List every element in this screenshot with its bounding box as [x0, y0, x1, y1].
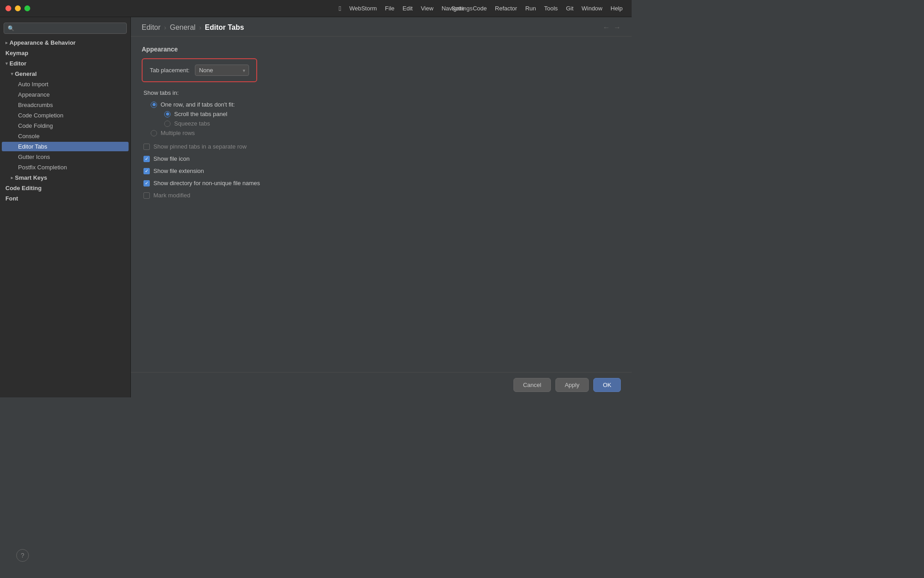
search-icon: 🔍: [8, 25, 14, 32]
titlebar:  WebStorm File Edit View Navigate Code …: [0, 0, 632, 17]
menu-tools[interactable]: Tools: [541, 4, 561, 13]
sidebar-item-code-editing[interactable]: Code Editing: [2, 183, 129, 193]
main-container: 🔍 Appearance & Behavior Keymap Editor Ge…: [0, 17, 632, 397]
menu-window[interactable]: Window: [578, 4, 606, 13]
chevron-right-icon: [11, 175, 13, 180]
cancel-button[interactable]: Cancel: [513, 378, 550, 392]
checkbox-mark-modified[interactable]: Mark modified: [142, 190, 621, 200]
breadcrumb-sep-2: ›: [199, 24, 201, 31]
apple-menu[interactable]: : [339, 5, 341, 12]
menu-run[interactable]: Run: [522, 4, 540, 13]
radio-squeeze-tabs[interactable]: Squeeze tabs: [142, 119, 621, 128]
sidebar-label: Keymap: [5, 50, 28, 56]
radio-scroll-tabs-input[interactable]: [164, 111, 171, 117]
sidebar-label: Smart Keys: [15, 174, 47, 181]
checkbox-show-pinned-label: Show pinned tabs in a separate row: [153, 143, 247, 150]
show-tabs-label: Show tabs in:: [143, 89, 621, 96]
breadcrumb-editor-tabs: Editor Tabs: [205, 23, 244, 32]
search-input[interactable]: [17, 25, 123, 32]
sidebar-item-auto-import[interactable]: Auto Import: [2, 79, 129, 89]
checkbox-mark-modified-input[interactable]: [143, 192, 150, 199]
close-button[interactable]: [5, 5, 11, 11]
tab-placement-select-wrapper[interactable]: None Top Bottom Left Right: [195, 65, 249, 76]
menu-help[interactable]: Help: [607, 4, 626, 13]
tab-placement-select[interactable]: None Top Bottom Left Right: [195, 65, 249, 76]
sidebar-label: Editor Tabs: [18, 143, 47, 150]
window-title: Settings: [452, 5, 473, 12]
nav-arrows: ← →: [603, 23, 621, 32]
sidebar-item-code-completion[interactable]: Code Completion: [2, 111, 129, 120]
sidebar-label: Font: [5, 195, 18, 202]
sidebar-item-keymap[interactable]: Keymap: [2, 48, 129, 58]
checkbox-show-pinned[interactable]: Show pinned tabs in a separate row: [142, 141, 621, 152]
radio-one-row-input[interactable]: [151, 102, 157, 108]
checkbox-show-directory[interactable]: Show directory for non-unique file names: [142, 178, 621, 188]
breadcrumb-general: General: [170, 23, 195, 32]
appearance-section-title: Appearance: [142, 46, 621, 53]
apply-button[interactable]: Apply: [555, 378, 589, 392]
sidebar-item-font[interactable]: Font: [2, 194, 129, 203]
sidebar-label: Code Folding: [18, 122, 53, 129]
maximize-button[interactable]: [24, 5, 30, 11]
sidebar-item-smart-keys[interactable]: Smart Keys: [2, 173, 129, 182]
sidebar-item-breadcrumbs[interactable]: Breadcrumbs: [2, 100, 129, 110]
menu-refactor[interactable]: Refactor: [491, 4, 521, 13]
menu-git[interactable]: Git: [562, 4, 577, 13]
sidebar-label: General: [15, 70, 37, 77]
sidebar-label: Appearance & Behavior: [9, 39, 76, 46]
sidebar-item-editor[interactable]: Editor: [2, 59, 129, 68]
search-box[interactable]: 🔍: [4, 23, 127, 34]
sidebar-label: Postfix Completion: [18, 164, 67, 171]
menu-edit[interactable]: Edit: [399, 4, 416, 13]
tab-placement-row: Tab placement: None Top Bottom Left Righ…: [142, 58, 257, 82]
chevron-down-icon: [11, 71, 13, 76]
radio-scroll-tabs-label: Scroll the tabs panel: [174, 111, 227, 117]
content-area: Editor › General › Editor Tabs ← → Appea…: [131, 17, 632, 397]
nav-forward-arrow[interactable]: →: [614, 23, 621, 32]
minimize-button[interactable]: [15, 5, 21, 11]
show-tabs-section: Show tabs in: One row, and if tabs don't…: [142, 89, 621, 138]
sidebar-item-console[interactable]: Console: [2, 131, 129, 141]
checkbox-show-file-extension-label: Show file extension: [153, 168, 204, 174]
radio-one-row-label: One row, and if tabs don't fit:: [161, 101, 235, 108]
checkbox-mark-modified-label: Mark modified: [153, 192, 190, 199]
radio-multiple-rows-input[interactable]: [151, 130, 157, 136]
radio-multiple-rows[interactable]: Multiple rows: [142, 128, 621, 138]
sidebar-label: Console: [18, 133, 40, 140]
sidebar-label: Auto Import: [18, 81, 48, 88]
sidebar: 🔍 Appearance & Behavior Keymap Editor Ge…: [0, 17, 131, 397]
radio-one-row[interactable]: One row, and if tabs don't fit:: [142, 100, 621, 109]
sidebar-item-appearance-behavior[interactable]: Appearance & Behavior: [2, 38, 129, 47]
radio-squeeze-tabs-label: Squeeze tabs: [174, 120, 210, 127]
checkbox-show-file-extension-input[interactable]: [143, 168, 150, 174]
checkbox-show-pinned-input[interactable]: [143, 144, 150, 150]
checkbox-show-file-extension[interactable]: Show file extension: [142, 166, 621, 176]
sidebar-label: Editor: [9, 60, 27, 67]
menu-webstorm[interactable]: WebStorm: [346, 4, 380, 13]
sidebar-item-appearance[interactable]: Appearance: [2, 90, 129, 99]
menu-file[interactable]: File: [381, 4, 398, 13]
sidebar-label: Breadcrumbs: [18, 102, 53, 108]
ok-button[interactable]: OK: [593, 378, 621, 392]
sidebar-item-postfix-completion[interactable]: Postfix Completion: [2, 163, 129, 172]
sidebar-item-gutter-icons[interactable]: Gutter Icons: [2, 152, 129, 162]
radio-multiple-rows-label: Multiple rows: [161, 130, 195, 136]
chevron-right-icon: [5, 40, 8, 45]
sidebar-item-code-folding[interactable]: Code Folding: [2, 121, 129, 131]
checkbox-show-file-icon-label: Show file icon: [153, 155, 189, 162]
tab-placement-label: Tab placement:: [150, 67, 189, 74]
sidebar-label: Appearance: [18, 91, 50, 98]
sidebar-item-general[interactable]: General: [2, 69, 129, 79]
sidebar-item-editor-tabs[interactable]: Editor Tabs: [2, 142, 129, 151]
sidebar-label: Gutter Icons: [18, 154, 50, 160]
menu-view[interactable]: View: [417, 4, 437, 13]
checkbox-show-file-icon-input[interactable]: [143, 156, 150, 162]
radio-scroll-tabs[interactable]: Scroll the tabs panel: [142, 109, 621, 119]
checkbox-show-directory-input[interactable]: [143, 180, 150, 186]
breadcrumb: Editor › General › Editor Tabs ← →: [131, 17, 632, 37]
checkbox-show-file-icon[interactable]: Show file icon: [142, 154, 621, 164]
sidebar-label: Code Completion: [18, 112, 63, 119]
checkbox-show-directory-label: Show directory for non-unique file names: [153, 180, 260, 186]
nav-back-arrow[interactable]: ←: [603, 23, 610, 32]
radio-squeeze-tabs-input[interactable]: [164, 121, 171, 127]
